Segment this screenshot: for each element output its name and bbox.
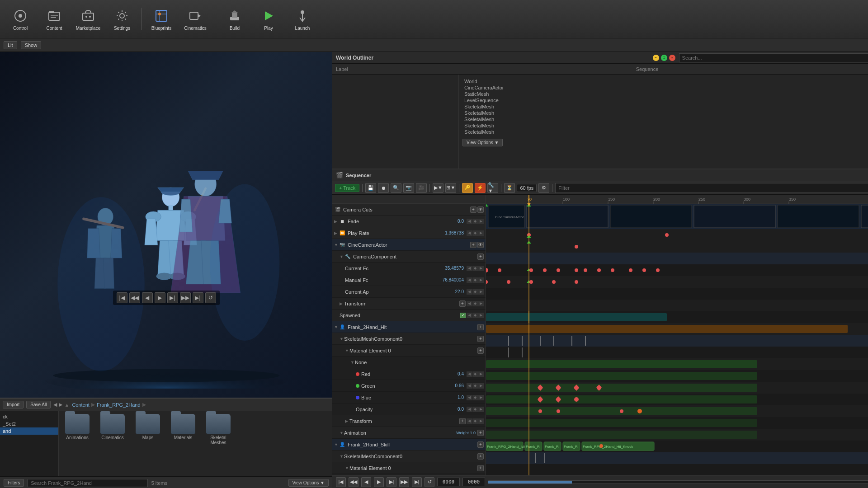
wo-type-skeletal1[interactable]: SkeletalMesh: [462, 103, 868, 110]
import-button[interactable]: Import: [3, 401, 24, 408]
transform-cinecam-expand[interactable]: ▶: [340, 301, 344, 306]
animation-hit-expand[interactable]: ▼: [340, 431, 344, 435]
fade-next-kf[interactable]: ▶: [478, 219, 484, 224]
toolbar-build-btn[interactable]: Build: [219, 3, 250, 35]
skeletal-skill-add[interactable]: +: [477, 453, 484, 460]
currentfc-add-kf[interactable]: ◆: [472, 266, 478, 271]
show-button[interactable]: Show: [21, 41, 42, 49]
track-camera-cuts[interactable]: 🎬 Camera Cuts + 👁: [332, 204, 486, 216]
seq-step-back-btn[interactable]: ◀: [361, 477, 371, 487]
currentfc-prev-kf[interactable]: ◀: [467, 266, 472, 271]
currentap-add-kf[interactable]: ◆: [472, 289, 478, 295]
seq-search-btn[interactable]: 🔍: [391, 183, 401, 193]
vp-next-btn[interactable]: ▶|: [167, 292, 178, 303]
track-cinecamera[interactable]: ▼ 📷 CineCameraActor + 👁: [332, 239, 486, 251]
currentap-next-kf[interactable]: ▶: [478, 289, 484, 295]
seq-play-transport-btn[interactable]: ▶: [374, 477, 384, 487]
folder-maps[interactable]: Maps: [132, 414, 164, 440]
vp-prev-frame-btn[interactable]: ◀◀: [129, 292, 140, 303]
playrate-add-kf[interactable]: ◆: [472, 230, 478, 236]
seq-camera-btn[interactable]: 📷: [403, 183, 414, 193]
seq-record-btn[interactable]: ⏺: [378, 183, 389, 193]
viewport-canvas[interactable]: |◀ ◀◀ ◀ ▶ ▶| ▶▶ ▶| ↺: [0, 52, 332, 398]
track-transform-cinecam[interactable]: ▶ Transform + ◀ ◆ ▶: [332, 298, 486, 310]
opacity-hit-add-kf[interactable]: ◆: [472, 407, 478, 412]
toolbar-cinematics-btn[interactable]: Cinematics: [179, 3, 211, 35]
content-browser-search[interactable]: [28, 479, 147, 487]
transform-hit-add[interactable]: +: [459, 418, 466, 424]
transform-cinecam-add[interactable]: +: [459, 300, 466, 307]
manualfc-prev-kf[interactable]: ◀: [467, 277, 472, 283]
wo-type-world[interactable]: World: [462, 78, 868, 84]
animation-hit-add[interactable]: +: [477, 430, 484, 436]
wo-close-btn[interactable]: ×: [669, 55, 675, 61]
wo-maximize-btn[interactable]: □: [661, 55, 667, 61]
seq-filter-input[interactable]: [555, 183, 868, 193]
seq-snap-btn[interactable]: ⏳: [504, 183, 515, 193]
viewport-playback-controls[interactable]: |◀ ◀◀ ◀ ▶ ▶| ▶▶ ▶| ↺: [113, 291, 220, 305]
seq-settings-btn[interactable]: ⚙: [538, 183, 549, 193]
seq-key-options-btn[interactable]: 🔧▼: [487, 183, 498, 193]
toolbar-marketplace-btn[interactable]: Marketplace: [72, 3, 104, 35]
toolbar-content-btn[interactable]: Content: [38, 3, 70, 35]
spawned-checkbox[interactable]: ✓: [460, 313, 466, 318]
th-prev-kf[interactable]: ◀: [467, 418, 472, 424]
cb-tree-ck[interactable]: ck: [0, 413, 58, 420]
folder-animations[interactable]: Animations: [61, 414, 93, 440]
track-green-hit[interactable]: Green 0.66 ◀ ◆ ▶: [332, 380, 486, 392]
playrate-expand[interactable]: ▶: [334, 231, 339, 235]
tcc-add-kf[interactable]: ◆: [472, 301, 478, 306]
playrate-next-kf[interactable]: ▶: [478, 230, 484, 236]
vp-play-btn[interactable]: ▶: [155, 292, 165, 303]
nav-back-btn[interactable]: ◀: [53, 402, 57, 408]
toolbar-control-btn[interactable]: Control: [5, 3, 36, 35]
filters-button[interactable]: Filters: [4, 479, 24, 487]
th-add-kf[interactable]: ◆: [472, 418, 478, 424]
spawned-prev-kf[interactable]: ◀: [467, 313, 472, 318]
seq-play-dropdown-btn[interactable]: ▶▼: [433, 183, 443, 193]
seq-loop-transport-btn[interactable]: ↺: [425, 477, 434, 487]
tcc-prev-kf[interactable]: ◀: [467, 301, 472, 306]
track-material-skill[interactable]: ▼ Material Element 0 +: [332, 462, 486, 474]
cb-tree-set2[interactable]: _Set2: [0, 420, 58, 427]
folder-cinematics[interactable]: Cinematics: [97, 414, 128, 440]
wo-type-levelseq[interactable]: LevelSequence: [462, 97, 868, 103]
track-fade[interactable]: ▶ ◼ Fade 0.0 ◀ ◆ ▶: [332, 216, 486, 227]
lit-mode-button[interactable]: Lit: [4, 41, 17, 49]
cinecamera-expand[interactable]: ▼: [334, 243, 339, 247]
track-spawned[interactable]: Spawned ✓ ◀ ◆ ▶: [332, 310, 486, 321]
material-hit-add[interactable]: +: [477, 347, 484, 354]
cb-tree-and[interactable]: and: [0, 427, 58, 435]
toolbar-settings-btn[interactable]: Settings: [106, 3, 138, 35]
fade-expand[interactable]: ▶: [334, 219, 339, 224]
track-current-fc[interactable]: Current Fc 35.48579 ◀ ◆ ▶: [332, 263, 486, 274]
vp-prev-btn[interactable]: ◀: [142, 292, 153, 303]
material-skill-add[interactable]: +: [477, 465, 484, 471]
skeletal-hit-add[interactable]: +: [477, 336, 484, 342]
fade-prev-kf[interactable]: ◀: [467, 219, 472, 224]
wo-type-skeletal2[interactable]: SkeletalMesh: [462, 110, 868, 116]
opacity-hit-next-kf[interactable]: ▶: [478, 407, 484, 412]
view-options-cb-button[interactable]: View Options ▼: [288, 479, 329, 487]
cameracomp-add[interactable]: +: [477, 253, 484, 260]
toolbar-launch-btn[interactable]: Launch: [287, 3, 318, 35]
folder-materials[interactable]: Materials: [167, 414, 199, 440]
track-opacity-hit[interactable]: Opacity 0.0 ◀ ◆ ▶: [332, 404, 486, 415]
track-frank-skill[interactable]: ▼ 👤 Frank_2Hand_Skill +: [332, 439, 486, 450]
add-track-button[interactable]: + Track: [335, 184, 359, 192]
green-hit-next-kf[interactable]: ▶: [478, 383, 484, 389]
seq-key-all-btn[interactable]: 🔑: [462, 183, 473, 193]
skeletal-hit-expand[interactable]: ▼: [340, 337, 344, 341]
seq-step-fwd-btn[interactable]: ▶|: [387, 477, 396, 487]
track-current-ap[interactable]: Current Ap 22.0 ◀ ◆ ▶: [332, 286, 486, 298]
track-transform-hit[interactable]: ▶ Transform + ◀ ◆ ▶: [332, 415, 486, 427]
blue-hit-add-kf[interactable]: ◆: [472, 395, 478, 400]
material-hit-expand[interactable]: ▼: [345, 348, 349, 353]
transform-hit-expand[interactable]: ▶: [345, 419, 349, 423]
breadcrumb-frank[interactable]: Frank_RPG_2Hand: [97, 402, 141, 408]
seq-goto-start-btn[interactable]: |◀: [336, 477, 346, 487]
track-manual-fc[interactable]: Manual Fc 76.840004 ◀ ◆ ▶: [332, 274, 486, 286]
wo-type-skeletal4[interactable]: SkeletalMesh: [462, 122, 868, 129]
red-hit-next-kf[interactable]: ▶: [478, 371, 484, 377]
currentap-prev-kf[interactable]: ◀: [467, 289, 472, 295]
